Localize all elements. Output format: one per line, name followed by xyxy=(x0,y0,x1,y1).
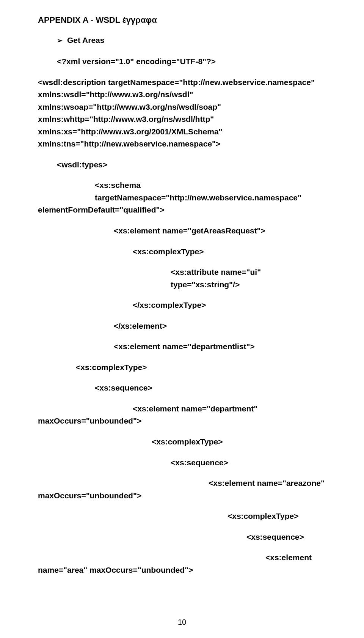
code-line: xmlns:wsoap="http://www.w3.org/ns/wsdl/s… xyxy=(38,101,326,113)
code-line: xmlns:tns="http://new.webservice.namespa… xyxy=(38,138,326,150)
code-line: <xs:element xyxy=(38,551,326,564)
code-line: maxOccurs="unbounded"> xyxy=(38,415,326,427)
code-line: maxOccurs="unbounded"> xyxy=(38,490,326,502)
code-line: <xs:sequence> xyxy=(38,457,326,469)
code-line: <xs:complexType> xyxy=(38,436,326,448)
code-line: </xs:element> xyxy=(38,320,326,332)
code-line: <xs:element name="departmentlist"> xyxy=(38,340,326,353)
code-line: xmlns:wsdl="http://www.w3.org/ns/wsdl" xyxy=(38,88,326,101)
code-line: <?xml version="1.0" encoding="UTF-8"?> xyxy=(38,55,326,68)
code-line: <xs:sequence> xyxy=(38,531,326,543)
chevron-right-icon: ➢ xyxy=(57,36,63,45)
code-line: <wsdl:types> xyxy=(38,159,326,171)
section-bullet: ➢Get Areas xyxy=(57,36,326,45)
code-line: <xs:element name="areazone" xyxy=(38,477,326,490)
code-line: <xs:element name="getAreasRequest"> xyxy=(38,225,326,237)
document-page: APPENDIX A - WSDL έγγραφα ➢Get Areas <?x… xyxy=(0,0,364,638)
code-line: </xs:complexType> xyxy=(38,299,326,312)
code-line: <xs:attribute name="ui" type="xs:string"… xyxy=(38,266,326,291)
code-line: xmlns:whttp="http://www.w3.org/ns/wsdl/h… xyxy=(38,113,326,126)
page-number: 10 xyxy=(0,618,364,627)
code-line: <wsdl:description targetNamespace="http:… xyxy=(38,76,326,89)
code-line: name="area" maxOccurs="unbounded"> xyxy=(38,564,326,577)
code-line: <xs:complexType> xyxy=(38,246,326,258)
code-line: <xs:sequence> xyxy=(38,382,326,394)
code-line: <xs:schema targetNamespace="http://new.w… xyxy=(38,179,326,204)
code-line: xmlns:xs="http://www.w3.org/2001/XMLSche… xyxy=(38,126,326,138)
code-line: elementFormDefault="qualified"> xyxy=(38,204,326,216)
appendix-title: APPENDIX A - WSDL έγγραφα xyxy=(38,15,326,25)
bullet-label: Get Areas xyxy=(67,36,104,44)
code-line: <xs:complexType> xyxy=(38,510,326,523)
code-line: <xs:element name="department" xyxy=(38,403,326,415)
code-line: <xs:complexType> xyxy=(38,361,326,374)
